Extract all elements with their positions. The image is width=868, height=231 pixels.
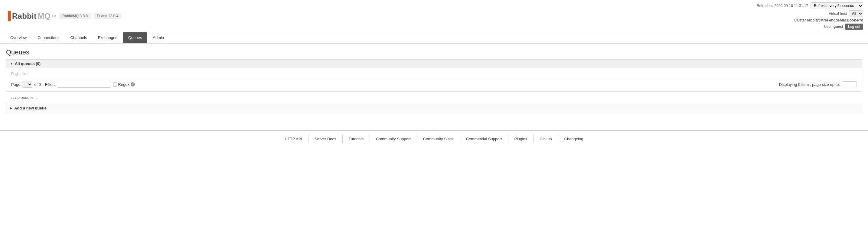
pagination-section: Pagination Page of 0 - Filter: Regex ? D… <box>6 68 862 92</box>
vhost-label: Virtual host <box>829 11 847 16</box>
logo-mq-text: MQ <box>38 11 51 21</box>
nav-queues[interactable]: Queues <box>123 32 148 43</box>
nav-bar: Overview Connections Channels Exchanges … <box>0 32 868 43</box>
add-queue-label: Add a new queue <box>14 106 46 110</box>
user-label: User <box>824 25 832 29</box>
cluster-name: rabbit@MrsFengdeMacBook-Pro <box>807 18 863 22</box>
vhost-row: Virtual host All <box>829 10 863 17</box>
footer-link-server-docs[interactable]: Server Docs <box>309 135 343 143</box>
pagination-right: Displaying 0 item , page size up to: 100 <box>779 81 857 87</box>
rabbit-logo-icon: ▐ <box>5 12 11 20</box>
regex-checkbox[interactable] <box>113 82 117 87</box>
main-content: Queues ▼ All queues (0) Pagination Page … <box>0 43 868 118</box>
all-queues-header[interactable]: ▼ All queues (0) <box>6 59 862 68</box>
logout-button[interactable]: Log out <box>845 24 863 30</box>
footer-link-community-support[interactable]: Community Support <box>370 135 417 143</box>
pagination-label: Pagination <box>11 72 857 78</box>
logo-area: ▐ RabbitMQTM RabbitMQ 3.8.8 Erlang 23.0.… <box>5 11 121 21</box>
page-title: Queues <box>6 48 862 56</box>
pagination-controls: Page of 0 - Filter: Regex ? Displaying 0… <box>11 81 857 88</box>
logo: ▐ RabbitMQTM <box>5 11 56 21</box>
footer-link-tutorials[interactable]: Tutorials <box>343 135 370 143</box>
collapse-arrow-icon: ▼ <box>10 62 13 65</box>
displaying-label: Displaying 0 item , page size up to: <box>779 82 840 87</box>
no-queues-message: ... no queues ... <box>6 92 862 103</box>
footer-link-github[interactable]: GitHub <box>533 135 558 143</box>
erlang-badge: Erlang 23.0.4 <box>94 13 121 19</box>
footer-link-commercial-support[interactable]: Commercial Support <box>460 135 508 143</box>
refresh-select[interactable]: Refresh every 5 seconds Refresh every 10… <box>810 2 863 9</box>
vhost-select[interactable]: All <box>849 10 863 17</box>
regex-text: Regex <box>118 82 130 87</box>
page-select[interactable] <box>22 81 32 88</box>
user-row: User guest Log out <box>824 24 863 30</box>
add-queue-arrow-icon: ▶ <box>10 106 12 110</box>
top-bar: ▐ RabbitMQTM RabbitMQ 3.8.8 Erlang 23.0.… <box>0 0 868 32</box>
footer-link-http-api[interactable]: HTTP API <box>279 135 309 143</box>
nav-admin[interactable]: Admin <box>147 32 169 43</box>
footer-link-changelog[interactable]: Changelog <box>558 135 589 143</box>
logo-tm: TM <box>52 14 56 18</box>
cluster-row: Cluster rabbit@MrsFengdeMacBook-Pro <box>794 18 863 22</box>
regex-help-icon[interactable]: ? <box>131 82 135 87</box>
of-label: of 0 <box>34 82 41 87</box>
nav-connections[interactable]: Connections <box>32 32 65 43</box>
nav-overview[interactable]: Overview <box>5 32 32 43</box>
regex-label: Regex ? <box>113 82 135 87</box>
top-right: Refreshed 2020-09-18 11:31:17 Refresh ev… <box>757 2 863 30</box>
pagination-left: Page of 0 - Filter: Regex ? <box>11 81 135 88</box>
filter-label: - Filter: <box>43 82 55 87</box>
logo-rabbit-text: Rabbit <box>12 11 37 21</box>
all-queues-label: All queues (0) <box>15 61 40 66</box>
version-badge: RabbitMQ 3.8.8 <box>60 13 90 19</box>
refresh-row: Refreshed 2020-09-18 11:31:17 Refresh ev… <box>757 2 863 9</box>
add-queue-section[interactable]: ▶ Add a new queue <box>6 103 862 113</box>
filter-input[interactable] <box>57 81 111 88</box>
username: guest <box>834 25 843 29</box>
nav-channels[interactable]: Channels <box>65 32 92 43</box>
footer: HTTP API Server Docs Tutorials Community… <box>0 130 868 147</box>
footer-link-plugins[interactable]: Plugins <box>508 135 534 143</box>
nav-exchanges[interactable]: Exchanges <box>92 32 123 43</box>
page-size-input[interactable]: 100 <box>842 81 857 87</box>
footer-link-community-slack[interactable]: Community Slack <box>417 135 460 143</box>
cluster-label: Cluster <box>794 18 806 22</box>
refreshed-label: Refreshed 2020-09-18 11:31:17 <box>757 4 808 8</box>
page-label: Page <box>11 82 20 87</box>
